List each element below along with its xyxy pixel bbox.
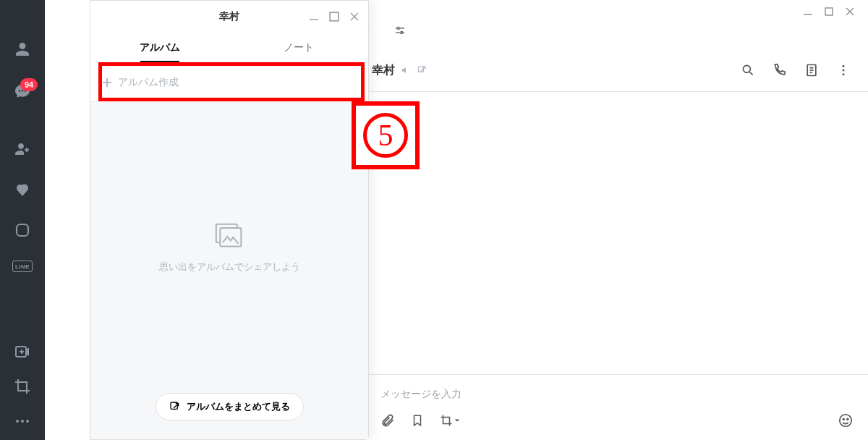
svg-point-7 — [26, 420, 29, 423]
sidebar-item-more[interactable] — [0, 412, 45, 430]
create-album-button[interactable]: アルバム作成 — [90, 63, 368, 102]
more-horizontal-icon — [14, 412, 31, 430]
arrow-out-icon — [169, 401, 181, 412]
svg-point-6 — [21, 420, 24, 423]
notepad-icon[interactable] — [804, 63, 819, 77]
attachment-icon[interactable] — [380, 413, 395, 428]
crop-icon — [14, 378, 31, 395]
person-plus-icon — [14, 140, 31, 158]
maximize-icon[interactable] — [329, 12, 339, 22]
tab-note-label: ノート — [284, 41, 314, 54]
svg-point-17 — [743, 65, 750, 72]
app-sidebar: 94 LINE — [0, 0, 45, 440]
person-icon — [14, 41, 31, 58]
sidebar-item-clip[interactable] — [0, 343, 45, 360]
speaker-muted-icon[interactable] — [401, 65, 411, 75]
sidebar-item-capture[interactable] — [0, 378, 45, 395]
main-area: ャット 幸村 — [45, 0, 868, 440]
svg-line-18 — [750, 72, 753, 75]
chat-input[interactable]: メッセージを入力 — [369, 375, 868, 407]
svg-point-24 — [843, 69, 845, 72]
chat-input-area: メッセージを入力 — [369, 374, 868, 440]
sidebar-item-chat[interactable]: 94 — [0, 82, 45, 100]
create-album-label: アルバム作成 — [118, 76, 179, 89]
svg-point-26 — [840, 415, 852, 427]
sidebar-item-line-services[interactable]: LINE — [0, 261, 45, 272]
chat-input-placeholder: メッセージを入力 — [380, 388, 461, 401]
svg-point-23 — [843, 65, 845, 67]
annotation-step-number-text: 5 — [363, 113, 408, 158]
popup-content: アルバム作成 思い出をアルバムでシェアしよう アルバムをまとめて見る — [90, 63, 368, 439]
popup-title: 幸村 — [219, 10, 239, 23]
square-outline-icon — [14, 221, 31, 239]
tab-album-label: アルバム — [140, 41, 180, 54]
view-all-albums-label: アルバムをまとめて見る — [187, 400, 290, 413]
svg-rect-9 — [825, 8, 833, 15]
minimize-icon[interactable] — [309, 12, 319, 22]
chat-title: 幸村 — [372, 63, 395, 78]
svg-point-5 — [16, 420, 19, 423]
svg-point-13 — [397, 28, 399, 30]
popup-tabs: アルバム ノート — [90, 33, 368, 63]
svg-rect-3 — [17, 224, 28, 236]
open-external-icon[interactable] — [417, 65, 427, 75]
minimize-icon[interactable] — [803, 7, 813, 17]
album-popup-window: 幸村 アルバム ノート アルバム作成 — [90, 0, 369, 440]
photo-stack-icon — [213, 221, 245, 250]
album-empty-state: 思い出をアルバムでシェアしよう — [90, 102, 368, 393]
line-logo-icon: LINE — [12, 261, 33, 272]
maximize-icon[interactable] — [825, 7, 833, 16]
voom-icon — [14, 181, 31, 198]
popup-header: 幸村 — [90, 1, 368, 33]
sidebar-item-openchat[interactable] — [0, 221, 45, 239]
svg-point-0 — [19, 90, 20, 91]
view-all-albums-button[interactable]: アルバムをまとめて見る — [156, 393, 304, 420]
sidebar-item-friends[interactable] — [0, 41, 45, 58]
chat-badge: 94 — [20, 78, 38, 91]
more-vertical-icon[interactable] — [836, 63, 851, 77]
plus-icon — [102, 77, 112, 88]
close-icon[interactable] — [349, 12, 359, 22]
popup-window-controls — [309, 1, 359, 33]
chat-header-actions — [741, 63, 851, 77]
sidebar-bottom-group — [0, 343, 45, 440]
empty-state-text: 思い出をアルバムでシェアしよう — [159, 261, 300, 274]
svg-point-15 — [401, 32, 403, 34]
phone-icon[interactable] — [773, 63, 787, 77]
chat-toolbar — [369, 407, 868, 440]
svg-rect-30 — [330, 12, 339, 21]
sidebar-item-add-friend[interactable] — [0, 140, 45, 158]
crop-icon[interactable] — [440, 414, 460, 427]
tab-album[interactable]: アルバム — [90, 33, 229, 63]
bookmark-icon[interactable] — [411, 413, 424, 428]
close-icon[interactable] — [845, 7, 855, 17]
sidebar-item-voom[interactable] — [0, 181, 45, 198]
svg-point-25 — [843, 73, 845, 75]
svg-point-28 — [847, 418, 848, 420]
search-icon[interactable] — [741, 63, 755, 77]
emoji-icon[interactable] — [838, 412, 854, 428]
svg-point-27 — [843, 418, 844, 420]
clip-plus-icon — [14, 343, 31, 360]
filter-sliders-icon[interactable] — [393, 24, 407, 37]
tab-note[interactable]: ノート — [229, 33, 368, 63]
annotation-step-number: 5 — [352, 101, 420, 169]
